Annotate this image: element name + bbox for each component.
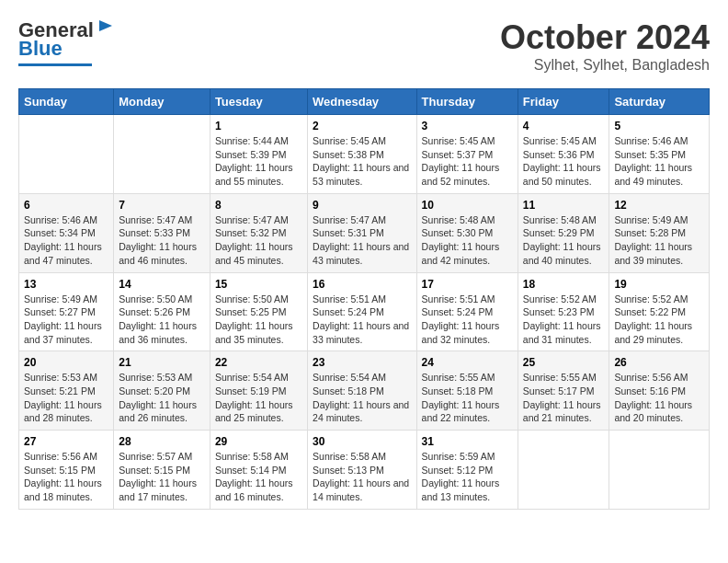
sunrise: Sunrise: 5:48 AM [523, 214, 597, 225]
sunset: Sunset: 5:37 PM [422, 149, 494, 160]
table-row [114, 115, 210, 194]
table-row: 10 Sunrise: 5:48 AM Sunset: 5:30 PM Dayl… [416, 193, 518, 272]
daylight: Daylight: 11 hours and 14 minutes. [313, 477, 409, 502]
sunrise: Sunrise: 5:54 AM [215, 372, 289, 383]
daylight: Daylight: 11 hours and 36 minutes. [119, 320, 197, 345]
table-row [609, 431, 710, 510]
sunset: Sunset: 5:33 PM [119, 227, 190, 238]
day-info: Sunrise: 5:52 AM Sunset: 5:23 PM Dayligh… [523, 293, 605, 347]
calendar-week-row: 20 Sunrise: 5:53 AM Sunset: 5:21 PM Dayl… [19, 351, 710, 431]
sunrise: Sunrise: 5:50 AM [215, 293, 289, 304]
sunset: Sunset: 5:17 PM [523, 385, 595, 396]
daylight: Daylight: 11 hours and 28 minutes. [24, 399, 102, 424]
daylight: Daylight: 11 hours and 32 minutes. [422, 320, 500, 345]
calendar-subtitle: Sylhet, Sylhet, Bangladesh [500, 57, 710, 74]
calendar-week-row: 27 Sunrise: 5:56 AM Sunset: 5:15 PM Dayl… [19, 431, 710, 510]
day-number: 26 [614, 356, 704, 369]
table-row: 17 Sunrise: 5:51 AM Sunset: 5:24 PM Dayl… [416, 272, 518, 351]
table-row: 6 Sunrise: 5:46 AM Sunset: 5:34 PM Dayli… [19, 193, 114, 272]
table-row: 14 Sunrise: 5:50 AM Sunset: 5:26 PM Dayl… [114, 272, 210, 351]
table-row: 13 Sunrise: 5:49 AM Sunset: 5:27 PM Dayl… [19, 272, 114, 351]
daylight: Daylight: 11 hours and 17 minutes. [119, 477, 197, 502]
header-monday: Monday [114, 89, 210, 115]
table-row: 23 Sunrise: 5:54 AM Sunset: 5:18 PM Dayl… [308, 351, 416, 431]
table-row: 29 Sunrise: 5:58 AM Sunset: 5:14 PM Dayl… [210, 431, 307, 510]
table-row: 16 Sunrise: 5:51 AM Sunset: 5:24 PM Dayl… [308, 272, 416, 351]
day-number: 25 [523, 356, 605, 369]
sunset: Sunset: 5:29 PM [523, 227, 595, 238]
day-info: Sunrise: 5:49 AM Sunset: 5:28 PM Dayligh… [614, 213, 704, 268]
sunset: Sunset: 5:35 PM [614, 149, 686, 160]
daylight: Daylight: 11 hours and 20 minutes. [614, 399, 692, 424]
day-number: 11 [523, 199, 605, 212]
sunrise: Sunrise: 5:45 AM [313, 135, 386, 146]
daylight: Daylight: 11 hours and 35 minutes. [215, 320, 293, 345]
sunset: Sunset: 5:23 PM [523, 306, 595, 317]
sunrise: Sunrise: 5:44 AM [215, 135, 289, 146]
sunset: Sunset: 5:34 PM [24, 227, 96, 238]
day-number: 8 [215, 199, 302, 212]
daylight: Daylight: 11 hours and 50 minutes. [523, 162, 601, 187]
sunrise: Sunrise: 5:47 AM [215, 214, 289, 225]
daylight: Daylight: 11 hours and 52 minutes. [422, 162, 500, 187]
day-info: Sunrise: 5:54 AM Sunset: 5:18 PM Dayligh… [313, 371, 411, 425]
day-number: 14 [119, 278, 205, 291]
day-info: Sunrise: 5:56 AM Sunset: 5:15 PM Dayligh… [24, 450, 108, 504]
daylight: Daylight: 11 hours and 40 minutes. [523, 241, 601, 266]
sunrise: Sunrise: 5:47 AM [313, 214, 386, 225]
sunrise: Sunrise: 5:56 AM [614, 372, 688, 383]
daylight: Daylight: 11 hours and 25 minutes. [215, 399, 293, 424]
calendar-title: October 2024 [500, 18, 710, 57]
sunset: Sunset: 5:24 PM [422, 306, 494, 317]
day-info: Sunrise: 5:45 AM Sunset: 5:36 PM Dayligh… [523, 134, 605, 189]
day-info: Sunrise: 5:53 AM Sunset: 5:20 PM Dayligh… [119, 371, 205, 425]
sunset: Sunset: 5:21 PM [24, 385, 96, 396]
table-row: 15 Sunrise: 5:50 AM Sunset: 5:25 PM Dayl… [210, 272, 307, 351]
day-info: Sunrise: 5:50 AM Sunset: 5:26 PM Dayligh… [119, 293, 205, 347]
sunset: Sunset: 5:20 PM [119, 385, 190, 396]
logo-underline [18, 63, 92, 66]
day-number: 31 [422, 435, 513, 448]
day-info: Sunrise: 5:45 AM Sunset: 5:38 PM Dayligh… [313, 134, 411, 189]
sunrise: Sunrise: 5:53 AM [24, 372, 97, 383]
table-row: 2 Sunrise: 5:45 AM Sunset: 5:38 PM Dayli… [308, 115, 416, 194]
sunrise: Sunrise: 5:46 AM [614, 135, 688, 146]
sunset: Sunset: 5:22 PM [614, 306, 686, 317]
day-info: Sunrise: 5:51 AM Sunset: 5:24 PM Dayligh… [313, 293, 411, 347]
day-info: Sunrise: 5:47 AM Sunset: 5:33 PM Dayligh… [119, 213, 205, 268]
daylight: Daylight: 11 hours and 24 minutes. [313, 399, 409, 424]
day-number: 3 [422, 120, 513, 132]
day-number: 29 [215, 435, 302, 448]
header-sunday: Sunday [19, 89, 114, 115]
daylight: Daylight: 11 hours and 16 minutes. [215, 477, 293, 502]
day-info: Sunrise: 5:51 AM Sunset: 5:24 PM Dayligh… [422, 293, 513, 347]
table-row: 21 Sunrise: 5:53 AM Sunset: 5:20 PM Dayl… [114, 351, 210, 431]
day-number: 4 [523, 120, 605, 132]
sunrise: Sunrise: 5:58 AM [313, 451, 386, 462]
day-number: 12 [614, 199, 704, 212]
day-info: Sunrise: 5:59 AM Sunset: 5:12 PM Dayligh… [422, 450, 513, 504]
sunset: Sunset: 5:25 PM [215, 306, 287, 317]
table-row: 24 Sunrise: 5:55 AM Sunset: 5:18 PM Dayl… [416, 351, 518, 431]
daylight: Daylight: 11 hours and 47 minutes. [24, 241, 102, 266]
day-number: 7 [119, 199, 205, 212]
sunrise: Sunrise: 5:49 AM [24, 293, 97, 304]
day-number: 6 [24, 199, 108, 212]
table-row: 20 Sunrise: 5:53 AM Sunset: 5:21 PM Dayl… [19, 351, 114, 431]
day-info: Sunrise: 5:47 AM Sunset: 5:31 PM Dayligh… [313, 213, 411, 268]
table-row: 11 Sunrise: 5:48 AM Sunset: 5:29 PM Dayl… [518, 193, 609, 272]
table-row: 7 Sunrise: 5:47 AM Sunset: 5:33 PM Dayli… [114, 193, 210, 272]
sunset: Sunset: 5:13 PM [313, 465, 384, 476]
sunrise: Sunrise: 5:56 AM [24, 451, 97, 462]
daylight: Daylight: 11 hours and 29 minutes. [614, 320, 692, 345]
sunrise: Sunrise: 5:49 AM [614, 214, 688, 225]
calendar-week-row: 13 Sunrise: 5:49 AM Sunset: 5:27 PM Dayl… [19, 272, 710, 351]
sunset: Sunset: 5:15 PM [119, 465, 190, 476]
header-tuesday: Tuesday [210, 89, 307, 115]
table-row: 12 Sunrise: 5:49 AM Sunset: 5:28 PM Dayl… [609, 193, 710, 272]
table-row: 5 Sunrise: 5:46 AM Sunset: 5:35 PM Dayli… [609, 115, 710, 194]
calendar-week-row: 1 Sunrise: 5:44 AM Sunset: 5:39 PM Dayli… [19, 115, 710, 194]
sunset: Sunset: 5:16 PM [614, 385, 686, 396]
calendar-table: Sunday Monday Tuesday Wednesday Thursday… [18, 88, 710, 510]
day-number: 19 [614, 278, 704, 291]
